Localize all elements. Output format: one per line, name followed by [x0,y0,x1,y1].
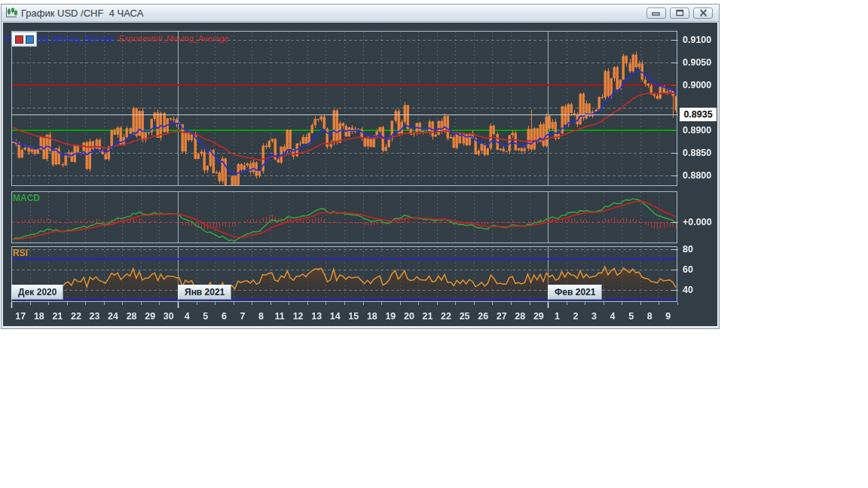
date-axis-label: 28 [122,311,142,322]
date-axis-label: 20 [399,311,419,322]
restore-icon [676,9,684,17]
close-icon [699,9,708,17]
blue-marker-button[interactable] [26,35,34,44]
rsi-axis-label: 80 [683,243,717,255]
month-label-jan-2021: Янв 2021 [178,285,231,300]
price-axis-label: 0.8850 [683,147,717,159]
rsi-axis-label: 40 [683,284,717,296]
price-axis-label: 0.9050 [683,56,717,69]
indicator-marker-box [11,32,37,47]
date-axis-label: 18 [29,311,49,322]
minimize-button[interactable] [646,8,666,19]
macd-axis-label: +0.000 [683,216,717,228]
chart-icon [5,7,17,19]
date-axis-label: 1 [547,311,567,322]
price-axis-label: 0.9000 [683,79,717,91]
minimize-icon [652,10,661,17]
date-axis-label: 8 [640,311,659,322]
date-axis-label: 22 [436,311,456,322]
close-button[interactable] [693,8,713,19]
date-axis-label: 15 [344,311,363,322]
date-axis-label: 21 [47,311,67,322]
rsi-axis-label: 60 [683,264,717,276]
chart-canvas[interactable] [3,23,717,326]
date-axis-label: 5 [196,311,215,322]
date-axis-label: 11 [270,311,289,322]
window-controls [646,8,713,19]
date-axis-label: 4 [603,311,622,322]
date-axis-label: 12 [289,311,308,322]
date-axis-label: 9 [659,311,678,322]
month-label-feb-2021: Фев 2021 [548,285,602,300]
date-axis-label: 29 [140,311,160,322]
date-axis-label: 2 [566,311,585,322]
window-title: График USD /CHF 4 ЧАСА [21,8,646,19]
date-axis-label: 19 [381,311,400,322]
date-axis-label: 29 [529,311,549,322]
date-axis-label: 27 [492,311,512,322]
price-axis-label: 0.8800 [683,169,717,181]
legend-ema-red: Exponential_Moving_Average [119,34,229,43]
date-axis-label: 24 [103,311,123,322]
date-axis-label: 3 [585,311,604,322]
date-axis-label: 13 [307,311,326,322]
date-axis-label: 22 [66,311,86,322]
date-axis-label: 6 [214,311,234,322]
current-price-tag: 0.8935 [680,108,717,121]
date-axis-label: 7 [233,311,252,322]
month-label-dec-2020: Дек 2020 [11,285,63,300]
rsi-label: RSI [13,248,28,258]
date-axis-label: 18 [362,311,382,322]
date-axis-label: 28 [510,311,530,322]
price-axis-label: 0.8900 [683,124,717,136]
titlebar[interactable]: График USD /CHF 4 ЧАСА [2,5,719,22]
chart-window: График USD /CHF 4 ЧАСА [1,4,720,329]
price-axis-label: 0.9100 [683,34,717,46]
date-axis-label: 26 [473,311,493,322]
date-axis-label: 25 [455,311,475,322]
date-axis-label: 8 [252,311,271,322]
chart-client-area: Exponential_Moving_Average Exponential_M… [3,23,717,326]
date-axis-label: 30 [159,311,179,322]
date-axis-label: 17 [11,311,30,322]
date-axis-label: 4 [177,311,197,322]
restore-button[interactable] [670,8,689,19]
red-marker-button[interactable] [15,35,23,44]
date-axis-label: 5 [622,311,641,322]
date-axis-label: 14 [326,311,345,322]
date-axis-label: 21 [418,311,438,322]
date-axis-label: 23 [85,311,105,322]
macd-label: MACD [13,193,40,203]
